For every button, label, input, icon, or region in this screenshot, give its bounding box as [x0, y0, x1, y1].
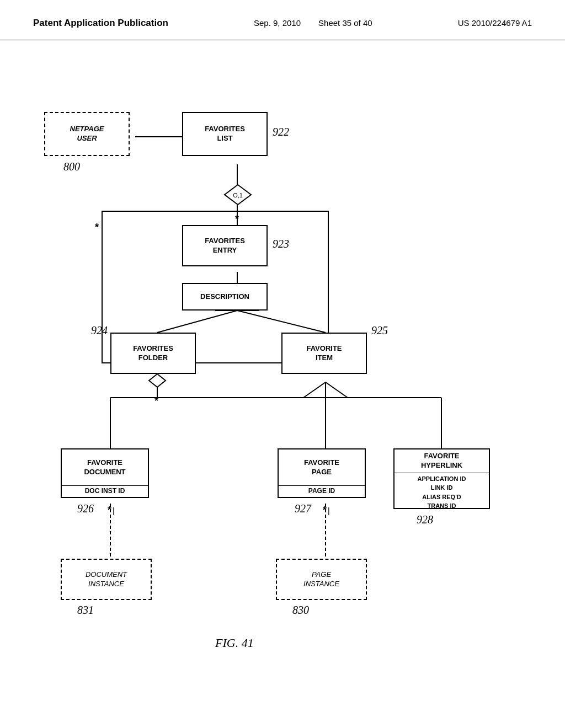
favorite-hyperlink-sub: APPLICATION IDLINK IDALIAS REQ'DTRANS ID	[395, 473, 489, 512]
ref-800: 800	[63, 160, 80, 173]
svg-text:O,1: O,1	[233, 192, 243, 199]
ref-922: 922	[273, 126, 289, 138]
svg-text:*: *	[154, 395, 158, 406]
figure-caption: FIG. 41	[215, 636, 254, 650]
sheet-info: Sheet 35 of 40	[318, 18, 372, 28]
ref-928: 928	[417, 513, 433, 526]
page-header: Patent Application Publication Sep. 9, 2…	[0, 0, 565, 40]
favorite-page-sub: PAGE ID	[279, 485, 365, 497]
svg-line-15	[303, 382, 326, 398]
netpage-user-box: NETPAGEUSER	[44, 112, 130, 156]
ref-831: 831	[77, 604, 94, 617]
header-meta: Sep. 9, 2010 Sheet 35 of 40	[254, 18, 372, 28]
ref-923: 923	[273, 238, 289, 250]
publication-title: Patent Application Publication	[33, 18, 168, 29]
diagram-area: * * * * | * | NETPAGEUSER 800 FAVORITESL…	[0, 40, 565, 702]
ref-924: 924	[91, 324, 108, 337]
favorites-entry-label: FAVORITESENTRY	[200, 226, 249, 265]
favorites-entry-box: FAVORITESENTRY	[182, 225, 268, 266]
svg-text:|: |	[328, 506, 330, 515]
page-instance-box: PAGEINSTANCE	[276, 559, 367, 600]
zero-one-diamond: O,1	[223, 184, 252, 206]
ref-927: 927	[295, 502, 311, 515]
svg-text:|: |	[113, 506, 115, 515]
page-instance-label: PAGEINSTANCE	[299, 560, 344, 599]
ref-830: 830	[292, 604, 309, 617]
favorite-hyperlink-box: FAVORITEHYPERLINK APPLICATION IDLINK IDA…	[393, 448, 490, 509]
patent-number: US 2010/224679 A1	[458, 18, 532, 28]
favorite-document-box: FAVORITEDOCUMENT DOC INST ID	[61, 448, 149, 498]
favorite-item-label: FAVORITEITEM	[302, 334, 346, 373]
ref-926: 926	[77, 502, 94, 515]
netpage-user-label: NETPAGEUSER	[66, 113, 109, 155]
svg-text:*: *	[235, 213, 239, 224]
favorite-document-sub: DOC INST ID	[62, 485, 148, 497]
favorite-page-box: FAVORITEPAGE PAGE ID	[278, 448, 366, 498]
svg-text:*: *	[323, 505, 327, 516]
description-box: DESCRIPTION	[182, 283, 268, 311]
svg-marker-11	[149, 374, 166, 387]
document-instance-label: DOCUMENTINSTANCE	[81, 560, 131, 599]
document-instance-box: DOCUMENTINSTANCE	[61, 559, 152, 600]
favorites-folder-box: FAVORITESFOLDER	[110, 333, 196, 374]
description-label: DESCRIPTION	[196, 284, 254, 309]
svg-line-16	[326, 382, 348, 398]
favorites-list-label: FAVORITESLIST	[200, 113, 249, 155]
svg-line-6	[157, 311, 237, 333]
svg-line-7	[237, 311, 326, 333]
publication-date: Sep. 9, 2010	[254, 18, 301, 28]
favorite-item-box: FAVORITEITEM	[281, 333, 367, 374]
favorites-list-box: FAVORITESLIST	[182, 112, 268, 156]
favorites-folder-label: FAVORITESFOLDER	[129, 334, 178, 373]
svg-text:*: *	[108, 505, 111, 516]
ref-925: 925	[371, 324, 388, 337]
svg-text:*: *	[95, 222, 99, 233]
